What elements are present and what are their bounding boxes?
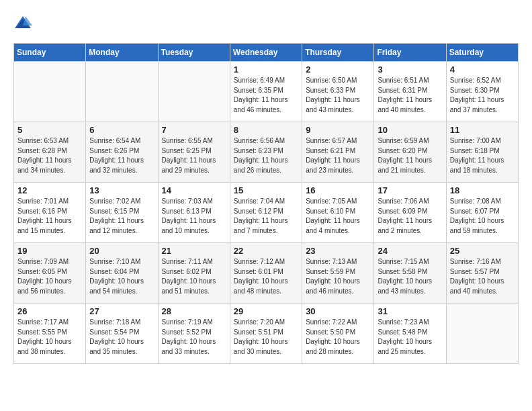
day-cell: 4Sunrise: 6:52 AM Sunset: 6:30 PM Daylig… (446, 62, 518, 122)
day-number: 30 (306, 306, 370, 316)
header-cell-saturday: Saturday (446, 44, 518, 62)
day-number: 14 (162, 185, 226, 195)
header-cell-friday: Friday (374, 44, 446, 62)
day-info: Sunrise: 6:57 AM Sunset: 6:21 PM Dayligh… (306, 136, 370, 175)
day-number: 9 (306, 125, 370, 135)
day-number: 26 (17, 306, 82, 316)
day-cell: 28Sunrise: 7:19 AM Sunset: 5:52 PM Dayli… (158, 304, 230, 364)
day-cell: 19Sunrise: 7:09 AM Sunset: 6:05 PM Dayli… (14, 243, 86, 304)
day-cell: 22Sunrise: 7:12 AM Sunset: 6:01 PM Dayli… (230, 243, 302, 304)
day-number: 6 (89, 125, 154, 135)
day-cell: 8Sunrise: 6:56 AM Sunset: 6:23 PM Daylig… (230, 122, 302, 183)
day-info: Sunrise: 7:18 AM Sunset: 5:54 PM Dayligh… (89, 318, 154, 357)
day-info: Sunrise: 6:55 AM Sunset: 6:25 PM Dayligh… (162, 136, 226, 175)
day-info: Sunrise: 7:12 AM Sunset: 6:01 PM Dayligh… (234, 257, 298, 296)
day-info: Sunrise: 7:06 AM Sunset: 6:09 PM Dayligh… (378, 197, 442, 236)
day-number: 24 (378, 246, 442, 256)
day-info: Sunrise: 6:54 AM Sunset: 6:26 PM Dayligh… (89, 136, 154, 175)
day-info: Sunrise: 6:52 AM Sunset: 6:30 PM Dayligh… (450, 76, 515, 115)
logo (13, 13, 35, 32)
day-info: Sunrise: 7:23 AM Sunset: 5:48 PM Dayligh… (378, 318, 442, 357)
day-number: 1 (234, 64, 298, 75)
day-number: 3 (378, 64, 442, 75)
day-number: 13 (89, 185, 154, 195)
day-cell: 30Sunrise: 7:22 AM Sunset: 5:50 PM Dayli… (302, 304, 374, 364)
day-number: 23 (306, 246, 370, 256)
day-cell (14, 62, 86, 122)
week-row: 19Sunrise: 7:09 AM Sunset: 6:05 PM Dayli… (14, 243, 519, 304)
day-info: Sunrise: 7:10 AM Sunset: 6:04 PM Dayligh… (89, 257, 154, 296)
day-number: 5 (17, 125, 82, 135)
week-row: 26Sunrise: 7:17 AM Sunset: 5:55 PM Dayli… (14, 304, 519, 364)
day-info: Sunrise: 7:16 AM Sunset: 5:57 PM Dayligh… (450, 257, 515, 296)
day-number: 10 (378, 125, 442, 135)
day-info: Sunrise: 7:01 AM Sunset: 6:16 PM Dayligh… (17, 197, 82, 236)
day-cell: 2Sunrise: 6:50 AM Sunset: 6:33 PM Daylig… (302, 62, 374, 122)
day-cell: 12Sunrise: 7:01 AM Sunset: 6:16 PM Dayli… (14, 183, 86, 243)
day-info: Sunrise: 6:49 AM Sunset: 6:35 PM Dayligh… (234, 76, 298, 115)
day-number: 18 (450, 185, 515, 195)
day-number: 29 (234, 306, 298, 316)
day-cell: 3Sunrise: 6:51 AM Sunset: 6:31 PM Daylig… (374, 62, 446, 122)
day-number: 4 (450, 64, 515, 75)
day-cell: 17Sunrise: 7:06 AM Sunset: 6:09 PM Dayli… (374, 183, 446, 243)
day-info: Sunrise: 7:09 AM Sunset: 6:05 PM Dayligh… (17, 257, 82, 296)
header-cell-thursday: Thursday (302, 44, 374, 62)
day-cell: 10Sunrise: 6:59 AM Sunset: 6:20 PM Dayli… (374, 122, 446, 183)
day-info: Sunrise: 6:53 AM Sunset: 6:28 PM Dayligh… (17, 136, 82, 175)
day-info: Sunrise: 7:02 AM Sunset: 6:15 PM Dayligh… (89, 197, 154, 236)
calendar-body: 1Sunrise: 6:49 AM Sunset: 6:35 PM Daylig… (14, 62, 519, 364)
day-cell (86, 62, 158, 122)
day-number: 27 (89, 306, 154, 316)
day-cell: 11Sunrise: 7:00 AM Sunset: 6:18 PM Dayli… (446, 122, 518, 183)
calendar-table: SundayMondayTuesdayWednesdayThursdayFrid… (13, 43, 519, 364)
day-number: 31 (378, 306, 442, 316)
header-cell-wednesday: Wednesday (230, 44, 302, 62)
day-cell: 29Sunrise: 7:20 AM Sunset: 5:51 PM Dayli… (230, 304, 302, 364)
day-info: Sunrise: 6:50 AM Sunset: 6:33 PM Dayligh… (306, 76, 370, 115)
header-cell-monday: Monday (86, 44, 158, 62)
day-number: 12 (17, 185, 82, 195)
header-cell-tuesday: Tuesday (158, 44, 230, 62)
day-info: Sunrise: 7:15 AM Sunset: 5:58 PM Dayligh… (378, 257, 442, 296)
day-number: 19 (17, 246, 82, 256)
calendar-header: SundayMondayTuesdayWednesdayThursdayFrid… (14, 44, 519, 62)
day-cell: 7Sunrise: 6:55 AM Sunset: 6:25 PM Daylig… (158, 122, 230, 183)
day-number: 16 (306, 185, 370, 195)
day-number: 28 (162, 306, 226, 316)
day-number: 25 (450, 246, 515, 256)
day-cell: 31Sunrise: 7:23 AM Sunset: 5:48 PM Dayli… (374, 304, 446, 364)
header-cell-sunday: Sunday (14, 44, 86, 62)
day-cell (446, 304, 518, 364)
day-cell: 15Sunrise: 7:04 AM Sunset: 6:12 PM Dayli… (230, 183, 302, 243)
day-info: Sunrise: 7:19 AM Sunset: 5:52 PM Dayligh… (162, 318, 226, 357)
day-number: 2 (306, 64, 370, 75)
day-cell: 5Sunrise: 6:53 AM Sunset: 6:28 PM Daylig… (14, 122, 86, 183)
day-cell: 27Sunrise: 7:18 AM Sunset: 5:54 PM Dayli… (86, 304, 158, 364)
day-info: Sunrise: 7:03 AM Sunset: 6:13 PM Dayligh… (162, 197, 226, 236)
day-cell: 14Sunrise: 7:03 AM Sunset: 6:13 PM Dayli… (158, 183, 230, 243)
day-number: 8 (234, 125, 298, 135)
day-cell: 1Sunrise: 6:49 AM Sunset: 6:35 PM Daylig… (230, 62, 302, 122)
day-cell: 24Sunrise: 7:15 AM Sunset: 5:58 PM Dayli… (374, 243, 446, 304)
day-info: Sunrise: 6:56 AM Sunset: 6:23 PM Dayligh… (234, 136, 298, 175)
day-number: 17 (378, 185, 442, 195)
day-cell: 26Sunrise: 7:17 AM Sunset: 5:55 PM Dayli… (14, 304, 86, 364)
day-cell (158, 62, 230, 122)
logo-icon (13, 13, 32, 32)
day-info: Sunrise: 7:04 AM Sunset: 6:12 PM Dayligh… (234, 197, 298, 236)
day-number: 21 (162, 246, 226, 256)
day-cell: 23Sunrise: 7:13 AM Sunset: 5:59 PM Dayli… (302, 243, 374, 304)
week-row: 5Sunrise: 6:53 AM Sunset: 6:28 PM Daylig… (14, 122, 519, 183)
svg-marker-2 (23, 16, 32, 26)
day-cell: 16Sunrise: 7:05 AM Sunset: 6:10 PM Dayli… (302, 183, 374, 243)
day-info: Sunrise: 7:05 AM Sunset: 6:10 PM Dayligh… (306, 197, 370, 236)
day-info: Sunrise: 7:13 AM Sunset: 5:59 PM Dayligh… (306, 257, 370, 296)
day-number: 15 (234, 185, 298, 195)
header-row: SundayMondayTuesdayWednesdayThursdayFrid… (14, 44, 519, 62)
day-number: 11 (450, 125, 515, 135)
day-info: Sunrise: 6:59 AM Sunset: 6:20 PM Dayligh… (378, 136, 442, 175)
day-info: Sunrise: 7:17 AM Sunset: 5:55 PM Dayligh… (17, 318, 82, 357)
day-cell: 13Sunrise: 7:02 AM Sunset: 6:15 PM Dayli… (86, 183, 158, 243)
day-cell: 20Sunrise: 7:10 AM Sunset: 6:04 PM Dayli… (86, 243, 158, 304)
